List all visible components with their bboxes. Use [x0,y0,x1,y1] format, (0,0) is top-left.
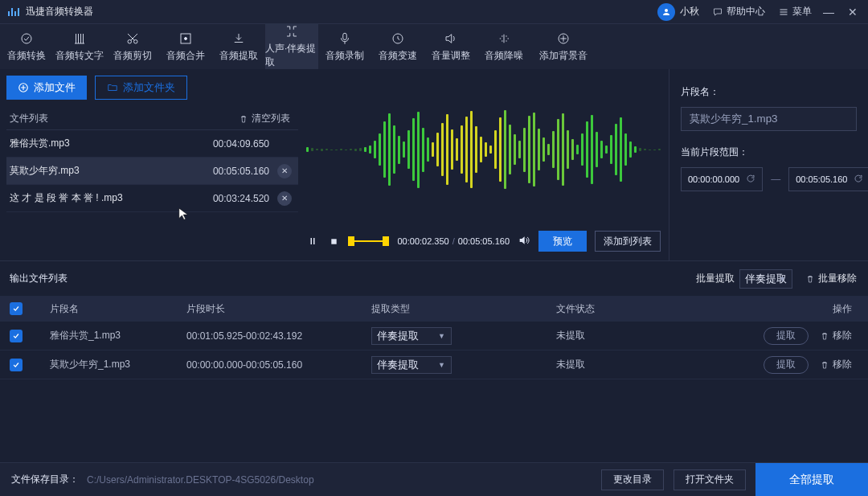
svg-rect-6 [343,33,347,39]
select-all-checkbox[interactable] [10,302,23,315]
tool-label: 音频降噪 [485,49,523,63]
logo-icon [8,8,19,16]
help-center-button[interactable]: 帮助中心 [712,5,765,18]
clear-list-button[interactable]: 清空列表 [239,112,290,125]
file-name: 这 才 是 段 誉 本 誉 ! .mp3 [10,191,181,205]
row-extract-button[interactable]: 提取 [764,356,809,374]
waveform-display[interactable] [306,77,661,222]
clear-list-label: 清空列表 [252,112,290,125]
tool-4[interactable]: 音频提取 [212,24,265,69]
row-state: 未提取 [556,329,728,342]
open-dir-button[interactable]: 打开文件夹 [674,469,746,490]
preview-button[interactable]: 预览 [538,231,587,252]
tool-1[interactable]: 音频转文字 [53,24,106,69]
remove-file-button[interactable]: ✕ [277,191,292,206]
time-display: 00:00:02.350/00:05:05.160 [397,236,510,246]
row-type-select[interactable]: 伴奏提取 [371,327,452,345]
tool-label: 人声·伴奏提取 [265,42,318,69]
segment-name-input[interactable] [681,107,857,131]
file-duration: 00:04:09.650 [181,138,269,150]
add-folder-label: 添加文件夹 [123,80,175,95]
tool-icon [19,31,34,46]
tool-icon [338,31,352,46]
app-logo: 迅捷音频转换器 [8,5,93,18]
tool-label: 音频转换 [7,49,46,63]
pause-button[interactable] [306,235,319,248]
change-dir-button[interactable]: 更改目录 [601,469,664,490]
range-start-value: 00:00:00.000 [688,174,739,184]
segment-range-label: 当前片段范围： [681,146,857,159]
reset-start-icon[interactable] [746,174,755,185]
tool-0[interactable]: 音频转换 [0,24,53,69]
output-header: 输出文件列表 批量提取 伴奏提取 ▼ 批量移除 [0,260,868,296]
row-checkbox[interactable] [10,359,23,371]
tool-5[interactable]: 人声·伴奏提取 [265,24,318,69]
tool-icon [178,31,193,46]
file-name: 雅俗共赏.mp3 [10,137,181,150]
add-to-list-button[interactable]: 添加到列表 [595,231,661,252]
trash-icon [820,331,829,341]
range-end-box[interactable]: 00:05:05.160 [788,167,868,191]
tool-icon [444,31,458,46]
seek-slider[interactable] [348,235,389,248]
time-total: 00:05:05.160 [458,236,510,246]
segment-settings-panel: 片段名： 当前片段范围： 00:00:00.000 — 00:05:05.160 [669,69,868,260]
range-start-box[interactable]: 00:00:00.000 [681,167,763,191]
tool-label: 音频合并 [166,49,205,63]
tool-label: 音量调整 [432,49,470,63]
output-row: 雅俗共赏_1.mp300:01:05.925-00:02:43.192伴奏提取▼… [0,322,868,350]
menu-button[interactable]: 菜单 [778,5,812,18]
close-button[interactable]: ✕ [845,6,860,18]
tool-2[interactable]: 音频剪切 [106,24,159,69]
add-file-label: 添加文件 [34,80,76,95]
add-folder-button[interactable]: 添加文件夹 [95,76,187,100]
row-name: 雅俗共赏_1.mp3 [50,329,186,342]
tool-9[interactable]: 音频降噪 [477,24,530,69]
tool-3[interactable]: 音频合并 [159,24,212,69]
save-dir-label: 文件保存目录： [11,473,79,486]
minimize-button[interactable]: — [821,6,836,18]
tool-label: 音频录制 [326,49,364,63]
segment-name-label: 片段名： [681,85,857,99]
stop-button[interactable] [327,235,340,248]
row-remove-button[interactable]: 移除 [820,358,852,371]
output-table-header: 片段名 片段时长 提取类型 文件状态 操作 [0,296,868,322]
volume-button[interactable] [518,234,530,249]
row-type-select[interactable]: 伴奏提取 [371,356,452,374]
batch-remove-button[interactable]: 批量移除 [805,272,857,285]
extract-all-button[interactable]: 全部提取 [755,463,868,497]
row-remove-button[interactable]: 移除 [820,329,852,342]
output-row: 莫欺少年穷_1.mp300:00:00.000-00:05:05.160伴奏提取… [0,350,868,379]
tool-10[interactable]: 添加背景音 [530,24,596,69]
file-row[interactable]: 莫欺少年穷.mp300:05:05.160✕ [6,158,298,185]
username: 小秋 [680,5,699,18]
file-row[interactable]: 这 才 是 段 誉 本 誉 ! .mp300:03:24.520✕ [6,185,298,212]
tool-icon [231,31,246,46]
tool-8[interactable]: 音量调整 [424,24,477,69]
trash-icon [239,114,248,124]
tool-7[interactable]: 音频变速 [371,24,424,69]
row-extract-button[interactable]: 提取 [764,327,809,345]
trash-icon [820,360,829,370]
tool-icon [391,31,405,46]
file-list-panel: 添加文件 添加文件夹 文件列表 清空列表 雅俗共赏.mp300:04:09.65… [0,69,298,260]
add-file-button[interactable]: 添加文件 [6,76,87,100]
remove-file-button[interactable]: ✕ [277,164,292,178]
file-row[interactable]: 雅俗共赏.mp300:04:09.650 [6,130,298,158]
tool-6[interactable]: 音频录制 [318,24,371,69]
tool-icon [72,31,87,46]
footer: 文件保存目录： C:/Users/Administrator.DESKTOP-4… [0,462,868,496]
batch-extract-label: 批量提取 [696,272,735,285]
tool-label: 音频转文字 [55,49,104,63]
reset-end-icon[interactable] [854,174,863,185]
col-duration: 片段时长 [186,302,371,316]
batch-extract-select[interactable]: 伴奏提取 [739,269,792,289]
tool-icon [285,24,299,39]
range-dash: — [771,174,780,185]
tool-icon [125,31,140,46]
col-state: 文件状态 [556,302,728,316]
row-checkbox[interactable] [10,330,23,342]
range-end-value: 00:05:05.160 [796,174,847,184]
user-area[interactable]: 小秋 [657,3,699,21]
save-dir-path: C:/Users/Administrator.DESKTOP-4SG5026/D… [87,474,601,486]
